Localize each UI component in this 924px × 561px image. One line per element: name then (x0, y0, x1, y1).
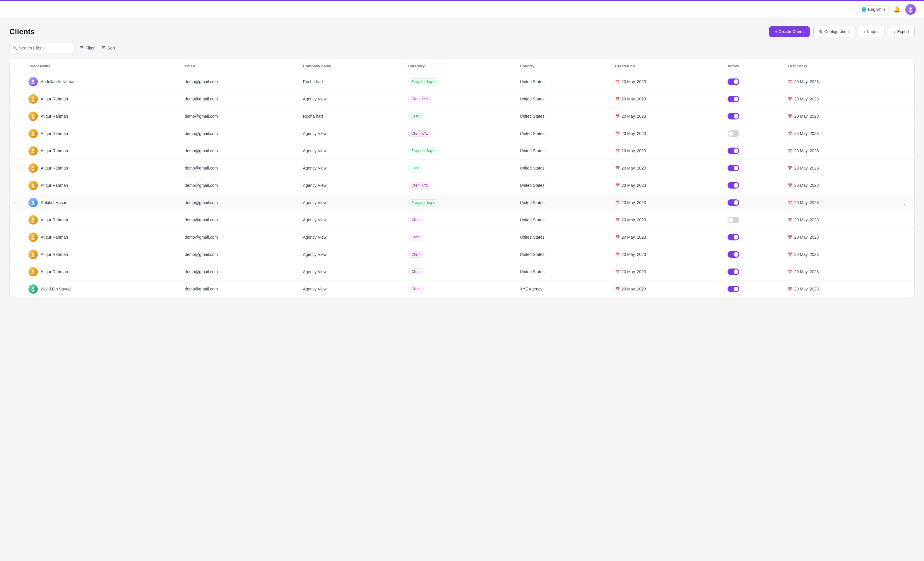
export-button[interactable]: ↓ Export (888, 26, 915, 37)
calendar-icon: 📅 (615, 270, 620, 274)
svg-point-32 (32, 287, 34, 289)
drag-handle-cell (10, 280, 23, 298)
active-toggle[interactable] (728, 113, 739, 120)
drag-handle[interactable]: ⠿ (15, 200, 18, 205)
calendar-icon: 📅 (788, 287, 792, 291)
category-badge: Client XYz (408, 130, 431, 137)
created-cell: 📅 20 May, 2023 (610, 90, 722, 108)
company-cell: Agency View (298, 142, 403, 160)
company-cell: Agency View (298, 229, 403, 246)
svg-point-10 (32, 97, 34, 99)
category-badge: Client (408, 268, 424, 275)
svg-point-24 (32, 218, 34, 220)
created-date: 20 May, 2023 (622, 148, 646, 153)
active-toggle[interactable] (728, 268, 739, 275)
active-toggle[interactable] (728, 96, 739, 102)
active-cell (722, 246, 783, 263)
svg-point-19 (32, 169, 35, 171)
svg-point-11 (32, 100, 35, 102)
last-login-date: 20 May, 2023 (794, 166, 819, 170)
email-cell: demo@gmail.com (180, 125, 298, 142)
svg-point-1 (909, 10, 913, 13)
avatar (28, 77, 38, 86)
country-cell: United States (515, 108, 610, 125)
toggle-slider (728, 200, 739, 206)
client-name: Atiqur Rahman (41, 166, 68, 170)
client-name-cell: Atiqur Rahman (23, 125, 180, 142)
last-login-cell: 📅 20 May, 2023 (783, 73, 895, 90)
active-toggle[interactable] (728, 251, 739, 258)
filter-button[interactable]: Filter (78, 44, 96, 52)
active-toggle[interactable] (728, 130, 739, 137)
import-button[interactable]: ↑ Import (858, 26, 885, 37)
sort-button[interactable]: Sort (100, 44, 116, 52)
last-login-cell: 📅 20 May, 2023 (783, 125, 895, 142)
company-cell: Agency View (298, 263, 403, 280)
category-cell: Client XYz (403, 125, 514, 142)
created-date: 20 May, 2023 (622, 166, 646, 170)
category-cell: Client (403, 246, 514, 263)
row-menu-button[interactable]: ⋮ (900, 198, 909, 207)
notification-bell[interactable]: 🔔 (893, 6, 901, 13)
category-badge: Client XYz (408, 182, 431, 189)
language-selector[interactable]: 🌐 English ▾ (858, 5, 889, 14)
configuration-button[interactable]: ⚙ Configuration (813, 26, 854, 37)
svg-point-30 (32, 270, 34, 272)
search-input[interactable] (9, 43, 74, 53)
created-date: 20 May, 2023 (622, 269, 646, 274)
active-toggle[interactable] (728, 286, 739, 292)
filter-icon (80, 46, 84, 51)
user-avatar[interactable] (905, 4, 916, 15)
category-badge: Frequent Buyer (408, 200, 439, 206)
row-actions-cell (895, 229, 914, 246)
country-cell: United States (515, 73, 610, 90)
active-toggle[interactable] (728, 78, 739, 85)
svg-point-26 (32, 236, 34, 237)
company-cell: Agency View (298, 160, 403, 177)
email-cell: demo@gmail.com (180, 246, 298, 263)
svg-point-20 (32, 184, 34, 186)
active-cell (722, 177, 783, 194)
company-cell: Agency View (298, 194, 403, 212)
svg-point-27 (32, 238, 35, 240)
search-wrapper: 🔍 (9, 43, 74, 53)
created-date: 20 May, 2023 (622, 286, 646, 291)
last-login-cell: 📅 20 May, 2023 (783, 90, 895, 108)
calendar-icon: 📅 (788, 252, 792, 257)
col-header-lastlogin: Last Login (783, 59, 895, 73)
company-cell: Rocha hart (298, 108, 403, 125)
active-toggle[interactable] (728, 217, 739, 223)
active-toggle[interactable] (728, 148, 739, 154)
email-cell: demo@gmail.com (180, 108, 298, 125)
table-row: Abdullah Al Noman demo@gmail.com Rocha h… (10, 73, 914, 90)
sort-icon (102, 46, 106, 51)
calendar-icon: 📅 (788, 183, 792, 188)
table-body: Abdullah Al Noman demo@gmail.com Rocha h… (10, 73, 914, 298)
drag-handle-cell (10, 160, 23, 177)
create-client-button[interactable]: + Create Client (769, 26, 810, 37)
svg-point-13 (32, 117, 35, 119)
last-login-cell: 📅 20 May, 2023 (783, 280, 895, 298)
created-date: 20 May, 2023 (622, 114, 646, 118)
table-row: Atiqur Rahman demo@gmail.com Agency View… (10, 246, 914, 263)
created-cell: 📅 20 May, 2023 (610, 177, 722, 194)
client-name: Atiqur Rahman (41, 269, 68, 274)
company-cell: Agency View (298, 90, 403, 108)
active-toggle[interactable] (728, 182, 739, 189)
row-actions-cell (895, 246, 914, 263)
calendar-icon: 📅 (788, 97, 792, 101)
created-date: 20 May, 2023 (622, 80, 646, 84)
country-cell: United States (515, 212, 610, 229)
category-cell: Lead (403, 160, 514, 177)
toggle-slider (728, 148, 739, 154)
row-actions-cell (895, 142, 914, 160)
active-toggle[interactable] (728, 200, 739, 206)
active-toggle[interactable] (728, 234, 739, 240)
export-label: Export (897, 29, 909, 34)
email-cell: demo@gmail.com (180, 177, 298, 194)
avatar (28, 232, 38, 242)
email-cell: demo@gmail.com (180, 194, 298, 212)
drag-handle-cell (10, 177, 23, 194)
active-toggle[interactable] (728, 165, 739, 171)
row-actions-cell (895, 108, 914, 125)
